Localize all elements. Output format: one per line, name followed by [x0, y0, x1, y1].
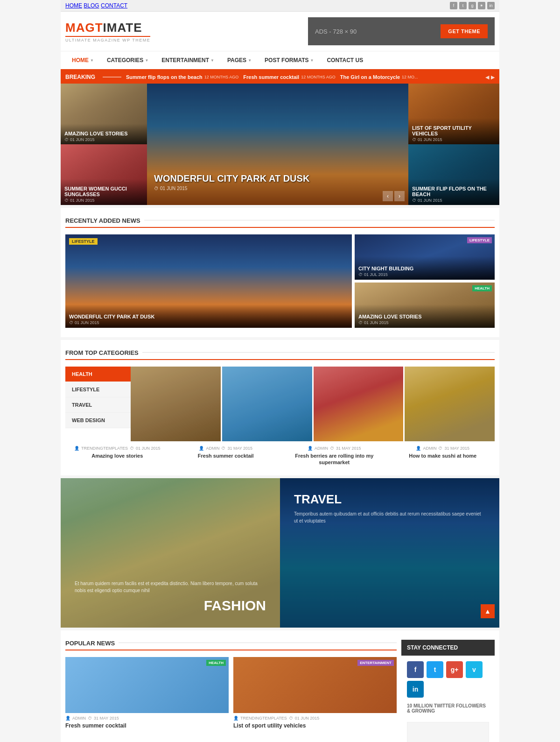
stay-connected-section: STAY CONNECTED f t g+ v in 10 MILLION TW…: [401, 640, 495, 742]
clock-icon-4: ⏱: [412, 137, 416, 142]
clock-icon-card: ⏱: [69, 320, 73, 325]
nav-item-entertainment[interactable]: ENTERTAINMENT ▼: [155, 51, 221, 69]
cat-image-3[interactable]: [314, 367, 404, 441]
hero-right-top-date: ⏱ 01 JUN 2015: [412, 137, 496, 142]
get-theme-button[interactable]: GET THEME: [441, 24, 488, 38]
twitter-icon-top[interactable]: t: [459, 2, 467, 9]
logo-mate: MATE: [107, 21, 142, 35]
nav-item-contact-us[interactable]: CONTACT US: [320, 51, 370, 69]
nav-item-categories[interactable]: CATEGORIES ▼: [100, 51, 155, 69]
news-right-column: LIFESTYLE CITY NIGHT BUILDING ⏱ 01 JUL 2…: [355, 234, 495, 328]
top-bar-blog[interactable]: BLOG: [84, 2, 99, 9]
clock-icon-cn: ⏱: [358, 272, 363, 277]
hero-right-bottom-caption: SUMMER FLIP FLOPS ON THE BEACH ⏱ 01 JUN …: [408, 179, 499, 205]
twitter-button[interactable]: t: [427, 661, 443, 678]
clock-icon-2: ⏱: [64, 198, 69, 203]
cat-image-1[interactable]: [131, 367, 221, 441]
hero-prev-button[interactable]: ‹: [383, 191, 393, 201]
breaking-link-3[interactable]: The Girl on a Motorcycle: [340, 74, 400, 80]
googleplus-icon-top[interactable]: g: [469, 2, 476, 9]
top-bar-contact[interactable]: CONTACT: [101, 2, 127, 9]
news-card-city-park-title: WONDERFUL CITY PARK AT DUSK: [69, 314, 348, 319]
hero-main-caption: WONDERFUL CITY PARK AT DUSK ⏱ 01 JUN 201…: [154, 173, 401, 191]
nav-item-pages[interactable]: PAGES ▼: [221, 51, 258, 69]
hero-card-sunglasses[interactable]: SUMMER WOMEN GUCCI SUNGLASSES ⏱ 01 JUN 2…: [61, 144, 147, 205]
news-card-love[interactable]: HEALTH AMAZING LOVE STORIES ⏱ 01 JUN 201…: [355, 283, 495, 328]
breaking-item-1: Summer flip flops on the beach 12 MONTHS…: [126, 74, 238, 80]
scroll-top-button[interactable]: ▲: [481, 604, 495, 618]
top-bar-socials: f t g ✶ in: [450, 2, 495, 9]
hero-left-panel: AMAZING LOVE STORIES ⏱ 01 JUN 2015 SUMME…: [61, 84, 147, 205]
ad-text: ADS - 728 × 90: [315, 28, 357, 35]
top-bar: HOME BLOG CONTACT f t g ✶ in: [61, 0, 499, 12]
nav-item-home[interactable]: HOME ▼: [65, 51, 100, 71]
linkedin-button[interactable]: in: [407, 681, 424, 698]
linkedin-icon-top[interactable]: in: [487, 2, 495, 9]
cat-article-4-title[interactable]: How to make sushi at home: [391, 452, 495, 459]
news-card-city-night[interactable]: LIFESTYLE CITY NIGHT BUILDING ⏱ 01 JUL 2…: [355, 234, 495, 280]
hero-card-flip-flops[interactable]: SUMMER FLIP FLOPS ON THE BEACH ⏱ 01 JUN …: [408, 144, 499, 205]
category-tabs: HEALTH LIFESTYLE TRAVEL WEB DESIGN: [65, 367, 131, 441]
user-icon-3: 👤: [308, 446, 313, 451]
breaking-item-2: Fresh summer cocktail 12 MONTHS AGO: [243, 74, 335, 80]
star-icon-top[interactable]: ✶: [478, 2, 485, 9]
nav-item-post-formats[interactable]: POST FORMATS ▼: [258, 51, 320, 69]
categories-arrow-icon: ▼: [145, 58, 148, 63]
logo-tagline: ULTIMATE MAGAZINE WP THEME: [65, 36, 150, 42]
breaking-item-3: The Girl on a Motorcycle 12 MO...: [340, 74, 418, 80]
clock-icon-p1: ⏱: [88, 716, 92, 721]
cat-tab-lifestyle[interactable]: LIFESTYLE: [65, 382, 131, 397]
cat-article-1: 👤 TRENDINGTEMPLATES ⏱ 01 JUN 2015 Amazin…: [65, 446, 169, 466]
cat-article-2: 👤 ADMIN ⏱ 31 MAY 2015 Fresh summer cockt…: [174, 446, 278, 466]
cat-image-4[interactable]: [405, 367, 495, 441]
hero-card-sport-vehicles[interactable]: LIST OF SPORT UTILITY VEHICLES ⏱ 01 JUN …: [408, 84, 499, 144]
social-buttons: f t g+ v in: [401, 656, 495, 703]
popular-badge-health: HEALTH: [206, 660, 226, 666]
cat-article-1-title[interactable]: Amazing love stories: [65, 452, 169, 459]
cat-tab-webdesign[interactable]: WEB DESIGN: [65, 413, 131, 428]
hero-right-top-title: LIST OF SPORT UTILITY VEHICLES: [412, 125, 496, 136]
popular-card-2-title[interactable]: List of sport utility vehicles: [233, 722, 397, 729]
fashion-banner[interactable]: Et harum quidem rerum facilis est et exp…: [61, 478, 280, 628]
cat-tab-travel[interactable]: TRAVEL: [65, 397, 131, 413]
breaking-link-2[interactable]: Fresh summer cocktail: [243, 74, 299, 80]
facebook-icon-top[interactable]: f: [450, 2, 457, 9]
cat-article-2-title[interactable]: Fresh summer cocktail: [174, 452, 278, 459]
breaking-link-1[interactable]: Summer flip flops on the beach: [126, 74, 203, 80]
hero-main-date: ⏱ 01 JUN 2015: [154, 186, 401, 191]
news-card-love-title: AMAZING LOVE STORIES: [358, 314, 491, 319]
main-nav: HOME ▼ CATEGORIES ▼ ENTERTAINMENT ▼ PAGE…: [61, 51, 499, 71]
breaking-nav: ◀ ▶: [485, 74, 495, 80]
hero-left-top-caption: AMAZING LOVE STORIES ⏱ 01 JUN 2015: [61, 124, 147, 144]
popular-card-1-image[interactable]: HEALTH: [65, 657, 229, 713]
user-icon-1: 👤: [74, 446, 79, 451]
hero-slider: AMAZING LOVE STORIES ⏱ 01 JUN 2015 SUMME…: [61, 84, 499, 205]
cat-tab-health[interactable]: HEALTH: [65, 367, 131, 382]
facebook-button[interactable]: f: [407, 661, 424, 678]
cat-article-3-title[interactable]: Fresh berries are rolling into my superm…: [282, 452, 386, 466]
home-arrow-icon: ▼: [90, 58, 94, 63]
travel-banner[interactable]: TRAVEL Temporibus autem quibusdam et aut…: [280, 478, 499, 628]
user-icon-p2: 👤: [233, 716, 238, 721]
cat-image-2[interactable]: [222, 367, 312, 441]
breaking-news-bar: BREAKING Summer flip flops on the beach …: [61, 71, 499, 84]
clock-icon-a3: ⏱: [330, 446, 334, 451]
breaking-prev-icon[interactable]: ◀: [485, 74, 489, 80]
breaking-next-icon[interactable]: ▶: [491, 74, 495, 80]
hero-next-button[interactable]: ›: [394, 191, 405, 201]
hero-main-card[interactable]: WONDERFUL CITY PARK AT DUSK ⏱ 01 JUN 201…: [147, 84, 408, 205]
ad-banner: ADS - 728 × 90 GET THEME: [308, 17, 495, 45]
clock-icon: ⏱: [64, 137, 69, 142]
vimeo-button[interactable]: v: [466, 661, 483, 678]
top-bar-home[interactable]: HOME: [65, 2, 82, 9]
news-card-city-park[interactable]: LIFESTYLE WONDERFUL CITY PARK AT DUSK ⏱ …: [65, 234, 352, 328]
news-card-city-night-date: ⏱ 01 JUL 2015: [358, 272, 491, 277]
news-card-love-caption: AMAZING LOVE STORIES ⏱ 01 JUN 2015: [355, 304, 495, 328]
popular-card-1-title[interactable]: Fresh summer cocktail: [65, 722, 229, 729]
stay-connected-header: STAY CONNECTED: [401, 640, 495, 656]
popular-card-2-image[interactable]: ENTERTAINMENT: [233, 657, 397, 713]
hero-main-title: WONDERFUL CITY PARK AT DUSK: [154, 173, 401, 184]
breaking-time-2: 12 MONTHS AGO: [301, 75, 336, 79]
hero-card-love-stories[interactable]: AMAZING LOVE STORIES ⏱ 01 JUN 2015: [61, 84, 147, 144]
googleplus-button[interactable]: g+: [446, 661, 463, 678]
